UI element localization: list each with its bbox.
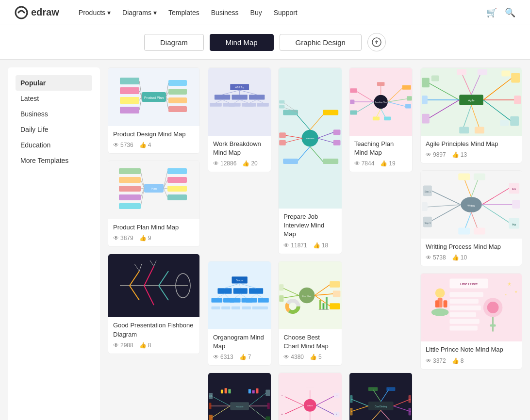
svg-rect-195 — [305, 387, 315, 390]
card-financial-statement[interactable]: Financial 2.3M — [208, 372, 271, 420]
svg-point-0 — [16, 7, 27, 18]
tab-diagram[interactable]: Diagram — [144, 34, 204, 51]
card-goal-setting[interactable]: Goal Setting — [349, 372, 413, 420]
svg-rect-97 — [350, 88, 357, 93]
svg-line-96 — [356, 91, 374, 102]
nav-buy[interactable]: Buy — [250, 9, 262, 16]
svg-line-313 — [462, 73, 471, 95]
svg-rect-177 — [248, 389, 251, 393]
svg-rect-209 — [368, 387, 377, 391]
svg-line-188 — [316, 396, 335, 405]
svg-rect-145 — [280, 295, 284, 302]
svg-line-50 — [150, 260, 154, 266]
card-thumb-agile: Agile — [421, 68, 522, 136]
svg-rect-15 — [168, 106, 187, 112]
nav-support[interactable]: Support — [274, 9, 298, 16]
svg-text:WBS Top: WBS Top — [235, 86, 244, 89]
svg-rect-4 — [120, 78, 139, 84]
svg-text:Pub: Pub — [512, 224, 516, 226]
svg-line-57 — [222, 90, 240, 95]
card-work-breakdown[interactable]: WBS Top — [208, 67, 271, 172]
svg-rect-201 — [350, 395, 352, 403]
svg-text:2.3M: 2.3M — [209, 395, 212, 397]
svg-line-27 — [141, 171, 144, 188]
svg-text:Financial: Financial — [236, 405, 244, 408]
likes-product-design: 👍 4 — [139, 142, 151, 148]
card-thumb-writing: Writing Step 1 Step 3 Edit P — [421, 171, 522, 239]
svg-rect-136 — [232, 306, 240, 309]
card-organogram[interactable]: Director — [208, 261, 271, 366]
svg-rect-24 — [119, 186, 141, 192]
search-button[interactable]: 🔍 — [505, 7, 515, 18]
likes-work-breakdown: 👍 20 — [242, 160, 257, 167]
likes-writing: 👍 10 — [452, 254, 467, 261]
svg-line-150 — [315, 295, 331, 307]
svg-line-202 — [351, 406, 368, 412]
svg-rect-169 — [265, 389, 270, 396]
svg-line-69 — [240, 99, 248, 102]
svg-rect-83 — [333, 129, 341, 135]
cart-button[interactable]: 🛒 — [486, 7, 497, 18]
svg-line-31 — [141, 188, 144, 206]
svg-rect-176 — [228, 389, 231, 393]
card-thumb-product-design: Product Plan — [115, 70, 193, 124]
svg-rect-64 — [244, 103, 256, 107]
nav-business[interactable]: Business — [211, 9, 239, 16]
tab-graphic-design[interactable]: Graphic Design — [280, 34, 362, 51]
card-agile[interactable]: Agile — [420, 67, 522, 163]
svg-text:Agile: Agile — [468, 99, 475, 102]
svg-rect-35 — [167, 194, 187, 200]
card-product-design[interactable]: Product Plan — [108, 67, 200, 154]
svg-line-214 — [381, 410, 392, 420]
upload-button[interactable] — [367, 33, 386, 51]
svg-line-36 — [164, 171, 167, 188]
sidebar-item-daily-life[interactable]: Daily Life — [16, 122, 92, 137]
card-product-plan[interactable]: Plan — [108, 161, 200, 247]
svg-line-44 — [144, 266, 154, 286]
svg-line-168 — [249, 393, 266, 406]
svg-rect-118 — [249, 288, 263, 294]
likes-product-plan: 👍 9 — [139, 235, 151, 242]
svg-line-51 — [154, 260, 156, 266]
svg-line-38 — [164, 188, 167, 189]
svg-text:★: ★ — [507, 282, 512, 287]
sidebar-item-business[interactable]: Business — [16, 106, 92, 122]
svg-rect-147 — [330, 281, 340, 287]
svg-line-146 — [315, 284, 331, 295]
card-little-prince[interactable]: Little Prince ★ ★ ★ Little Prince Note M… — [420, 273, 522, 369]
card-teaching-plan[interactable]: Teaching Plan — [349, 67, 413, 172]
svg-rect-107 — [405, 104, 411, 109]
svg-rect-7 — [120, 107, 139, 113]
svg-rect-54 — [215, 95, 230, 99]
svg-rect-93 — [280, 105, 285, 109]
sidebar-item-latest[interactable]: Latest — [16, 91, 92, 106]
svg-rect-351 — [444, 301, 447, 308]
card-writing-process[interactable]: Writing Step 1 Step 3 Edit P — [420, 170, 522, 266]
nav-products[interactable]: Products ▾ — [79, 9, 111, 16]
card-blank-swot[interactable]: SWOT S W O T — [278, 372, 342, 420]
likes-little-prince: 👍 8 — [452, 357, 464, 364]
sidebar-item-education[interactable]: Education — [16, 137, 92, 153]
card-job-interview[interactable]: Interview — [278, 67, 342, 254]
card-fishbone[interactable]: Good Presentation Fishbone Diagram 👁 298… — [108, 254, 200, 354]
svg-line-86 — [297, 146, 310, 162]
card-title-fishbone: Good Presentation Fishbone Diagram — [113, 321, 195, 339]
svg-line-148 — [315, 293, 334, 295]
svg-line-315 — [471, 73, 481, 95]
logo[interactable]: edraw — [15, 6, 59, 19]
card-choose-chart[interactable]: Best Chart — [278, 261, 342, 366]
svg-rect-127 — [258, 298, 269, 302]
nav-templates[interactable]: Templates — [168, 9, 199, 16]
tab-mindmap[interactable]: Mind Map — [210, 34, 274, 51]
svg-point-354 — [487, 302, 499, 313]
svg-rect-65 — [257, 103, 269, 107]
svg-line-341 — [471, 178, 479, 197]
svg-rect-361 — [449, 306, 480, 310]
sidebar-item-popular[interactable]: Popular — [16, 75, 92, 91]
card-title-teaching-plan: Teaching Plan Mind Map — [354, 140, 407, 157]
svg-rect-81 — [280, 140, 286, 145]
svg-rect-14 — [168, 97, 187, 103]
sidebar-item-more-templates[interactable]: More Templates — [16, 153, 92, 168]
nav-diagrams[interactable]: Diagrams ▾ — [122, 9, 157, 16]
card-thumb-goal-setting: Goal Setting — [349, 373, 412, 420]
